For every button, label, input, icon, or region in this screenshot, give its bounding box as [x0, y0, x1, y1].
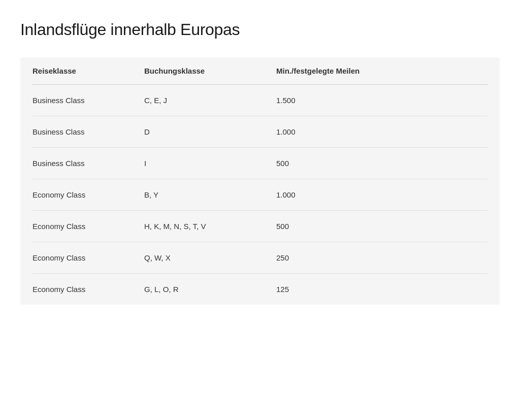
cell-reiseklasse: Economy Class [32, 285, 144, 294]
cell-buchungsklasse: G, L, O, R [144, 285, 276, 294]
table-container: Reiseklasse Buchungsklasse Min./festgele… [20, 57, 500, 305]
table-row: Business ClassI500 [32, 148, 488, 179]
table-row: Business ClassC, E, J1.500 [32, 85, 488, 116]
cell-buchungsklasse: C, E, J [144, 96, 276, 105]
cell-reiseklasse: Business Class [32, 159, 144, 168]
cell-reiseklasse: Economy Class [32, 190, 144, 199]
table-header: Reiseklasse Buchungsklasse Min./festgele… [32, 57, 488, 85]
cell-buchungsklasse: I [144, 159, 276, 168]
table-row: Economy ClassB, Y1.000 [32, 179, 488, 211]
cell-meilen: 500 [276, 222, 488, 231]
cell-meilen: 1.000 [276, 190, 488, 199]
header-buchungsklasse: Buchungsklasse [144, 67, 276, 75]
cell-reiseklasse: Economy Class [32, 222, 144, 231]
cell-meilen: 1.500 [276, 96, 488, 105]
page-title: Inlandsflüge innerhalb Europas [20, 20, 500, 39]
cell-reiseklasse: Economy Class [32, 253, 144, 262]
header-reiseklasse: Reiseklasse [32, 67, 144, 75]
cell-meilen: 1.000 [276, 127, 488, 136]
table-body: Business ClassC, E, J1.500Business Class… [32, 85, 488, 305]
cell-buchungsklasse: Q, W, X [144, 253, 276, 262]
cell-buchungsklasse: D [144, 127, 276, 136]
table-row: Economy ClassQ, W, X250 [32, 242, 488, 274]
table-row: Business ClassD1.000 [32, 116, 488, 148]
table-row: Economy ClassG, L, O, R125 [32, 274, 488, 305]
header-meilen: Min./festgelegte Meilen [276, 67, 488, 75]
cell-meilen: 250 [276, 253, 488, 262]
cell-meilen: 125 [276, 285, 488, 294]
cell-buchungsklasse: B, Y [144, 190, 276, 199]
cell-buchungsklasse: H, K, M, N, S, T, V [144, 222, 276, 231]
cell-meilen: 500 [276, 159, 488, 168]
cell-reiseklasse: Business Class [32, 96, 144, 105]
cell-reiseklasse: Business Class [32, 127, 144, 136]
table-row: Economy ClassH, K, M, N, S, T, V500 [32, 211, 488, 242]
